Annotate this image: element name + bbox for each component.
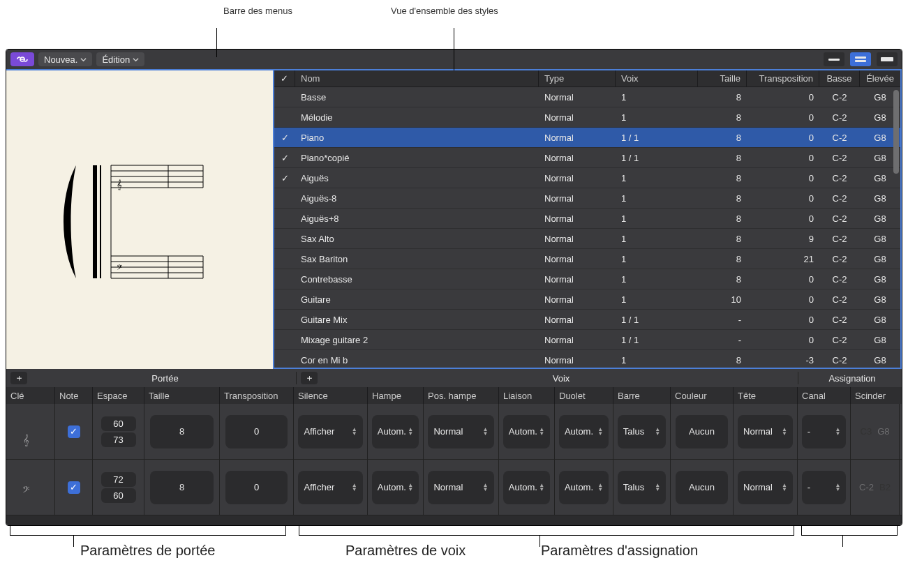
note-checkbox[interactable]: ✓	[55, 460, 93, 515]
trans-cell[interactable]: 0	[220, 460, 294, 515]
dropdown[interactable]: Autom.▲▼	[503, 415, 550, 448]
new-menu-label: Nouvea.	[44, 54, 77, 65]
svg-text:𝄞: 𝄞	[117, 179, 122, 190]
row-high: G8	[860, 213, 900, 224]
trans-cell[interactable]: 0	[220, 404, 294, 459]
edit-menu[interactable]: Édition	[96, 52, 144, 66]
col-name[interactable]: Nom	[295, 70, 539, 86]
add-voice-button[interactable]: ＋	[301, 372, 318, 384]
table-row[interactable]: Sax BaritonNormal1821C-2G8	[274, 249, 900, 269]
row-trans: 0	[747, 274, 819, 285]
row-type: Normal	[539, 355, 616, 365]
clef-cell[interactable]: 𝄢	[6, 460, 55, 515]
table-row[interactable]: Aiguës+8Normal180C-2G8	[274, 209, 900, 229]
col-type[interactable]: Type	[539, 70, 616, 86]
col-check[interactable]: ✓	[274, 70, 295, 86]
row-type: Normal	[539, 112, 616, 123]
svg-text:𝄢: 𝄢	[22, 484, 29, 496]
dropdown[interactable]: Afficher▲▼	[298, 471, 362, 504]
h-scrollbar[interactable]	[6, 515, 902, 525]
dropdown[interactable]: Normal▲▼	[428, 471, 493, 504]
table-row[interactable]: ✓Piano*copiéNormal1 / 180C-2G8	[274, 148, 900, 168]
section-voice-title: Voix	[325, 373, 798, 384]
dropdown[interactable]: Autom.▲▼	[559, 415, 609, 448]
row-size: 8	[698, 234, 747, 244]
row-check[interactable]: ✓	[274, 153, 295, 163]
row-trans: 0	[747, 133, 819, 143]
table-row[interactable]: Aiguës-8Normal180C-2G8	[274, 188, 900, 209]
dropdown[interactable]: Normal▲▼	[428, 415, 493, 448]
row-low: C-2	[819, 355, 860, 365]
view-mode-3[interactable]	[877, 52, 898, 66]
ph-note: Note	[55, 387, 93, 404]
callout-staff-params: Paramètres de portée	[80, 543, 215, 559]
add-staff-button[interactable]: ＋	[10, 372, 27, 384]
dropdown[interactable]: Autom.▲▼	[372, 471, 419, 504]
taille-cell[interactable]: 8	[144, 404, 220, 459]
dropdown[interactable]: Autom.▲▼	[503, 471, 550, 504]
col-voix[interactable]: Voix	[616, 70, 698, 86]
table-row[interactable]: BasseNormal180C-2G8	[274, 87, 900, 107]
row-type: Normal	[539, 193, 616, 204]
table-row[interactable]: MélodieNormal180C-2G8	[274, 107, 900, 128]
row-low: C-2	[819, 234, 860, 244]
espace-cell[interactable]: 7260	[93, 460, 144, 515]
row-voix: 1	[616, 294, 698, 305]
row-name: Mixage guitare 2	[295, 335, 539, 345]
row-low: C-2	[819, 133, 860, 143]
table-row[interactable]: Cor en Mi bNormal18-3C-2G8	[274, 350, 900, 368]
scinder-cell[interactable]: C-2B2	[851, 460, 900, 515]
view-mode-1[interactable]	[824, 52, 844, 66]
dropdown[interactable]: Autom.▲▼	[559, 471, 609, 504]
ph-espace: Espace	[93, 387, 144, 404]
clef-cell[interactable]: 𝄞	[6, 404, 55, 459]
scrollbar-thumb[interactable]	[893, 90, 899, 174]
dropdown[interactable]: -▲▼	[802, 471, 847, 504]
table-row[interactable]: Mixage guitare 2Normal1 / 1-0C-2G8	[274, 330, 900, 350]
row-low: C-2	[819, 315, 860, 325]
row-name: Basse	[295, 92, 539, 103]
scinder-cell[interactable]: C3G8	[851, 404, 900, 459]
col-trans[interactable]: Transposition	[747, 70, 819, 86]
row-low: C-2	[819, 112, 860, 123]
dropdown[interactable]: Normal▲▼	[738, 471, 793, 504]
row-check[interactable]: ✓	[274, 173, 295, 183]
dropdown[interactable]: Afficher▲▼	[298, 415, 362, 448]
row-name: Sax Bariton	[295, 254, 539, 264]
col-high[interactable]: Élevée	[860, 70, 900, 86]
couleur-cell[interactable]: Aucun	[671, 460, 734, 515]
couleur-cell[interactable]: Aucun	[671, 404, 734, 459]
taille-cell[interactable]: 8	[144, 460, 220, 515]
param-row: 𝄞✓607380Afficher▲▼Autom.▲▼Normal▲▼Autom.…	[6, 404, 902, 460]
dropdown[interactable]: -▲▼	[802, 415, 847, 448]
row-check[interactable]: ✓	[274, 133, 295, 143]
dropdown[interactable]: Normal▲▼	[738, 415, 793, 448]
row-trans: 0	[747, 173, 819, 183]
view-mode-2[interactable]	[850, 52, 871, 66]
col-size[interactable]: Taille	[698, 70, 747, 86]
espace-cell[interactable]: 6073	[93, 404, 144, 459]
dropdown[interactable]: Autom.▲▼	[372, 415, 419, 448]
row-voix: 1	[616, 234, 698, 244]
callout-styles: Vue d'ensemble des styles	[391, 6, 498, 16]
edit-menu-label: Édition	[102, 54, 130, 65]
dropdown[interactable]: Talus▲▼	[618, 471, 666, 504]
row-low: C-2	[819, 153, 860, 163]
row-size: 10	[698, 294, 747, 305]
table-row[interactable]: GuitareNormal1100C-2G8	[274, 289, 900, 310]
row-low: C-2	[819, 335, 860, 345]
link-toggle-button[interactable]	[10, 52, 34, 66]
table-row[interactable]: ✓PianoNormal1 / 180C-2G8	[274, 128, 900, 148]
table-row[interactable]: ContrebasseNormal180C-2G8	[274, 269, 900, 289]
col-low[interactable]: Basse	[819, 70, 860, 86]
note-checkbox[interactable]: ✓	[55, 404, 93, 459]
table-row[interactable]: Guitare MixNormal1 / 1-0C-2G8	[274, 310, 900, 330]
row-trans: 0	[747, 112, 819, 123]
dropdown[interactable]: Talus▲▼	[618, 415, 666, 448]
row-size: 8	[698, 213, 747, 224]
new-menu[interactable]: Nouvea.	[38, 52, 92, 66]
table-row[interactable]: ✓AiguësNormal180C-2G8	[274, 168, 900, 188]
table-row[interactable]: Sax AltoNormal189C-2G8	[274, 229, 900, 249]
row-voix: 1 / 1	[616, 315, 698, 325]
ph-silence: Silence	[294, 387, 368, 404]
